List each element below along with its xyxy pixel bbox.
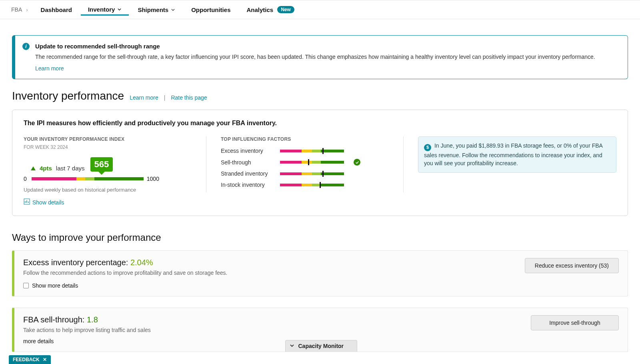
- chevron-down-icon: [117, 6, 122, 13]
- banner-learn-more-link[interactable]: Learn more: [35, 65, 64, 72]
- chevron-right-icon: ›: [26, 7, 28, 13]
- way-title-row: Excess inventory percentage: 2.04%: [23, 258, 525, 267]
- tip-column: $ In June, you paid $1,889.93 in FBA sto…: [418, 136, 616, 173]
- show-more-label: Show more details: [32, 282, 78, 289]
- ipi-index-sub: FOR WEEK 32 2024: [24, 144, 192, 150]
- dollar-icon: $: [424, 144, 431, 151]
- feedback-label: FEEDBACK: [13, 357, 40, 362]
- factor-marker: [322, 171, 324, 177]
- divider: [206, 136, 206, 192]
- banner-title: Update to recommended sell-through range: [35, 43, 620, 50]
- divider: |: [164, 94, 166, 101]
- factor-bar: [280, 172, 344, 175]
- nav-opportunities[interactable]: Opportunities: [184, 4, 238, 16]
- breadcrumb-label: FBA: [11, 6, 22, 13]
- info-banner: i Update to recommended sell-through ran…: [12, 35, 628, 79]
- ipi-card: The IPI measures how efficiently and pro…: [12, 110, 628, 216]
- way-title: FBA sell-through:: [23, 315, 84, 324]
- checkbox-icon[interactable]: [23, 283, 29, 288]
- ipi-delta-pts: 4pts: [40, 165, 52, 172]
- page-heading-row: Inventory performance Learn more | Rate …: [12, 90, 628, 102]
- top-nav: FBA › Dashboard Inventory Shipments Oppo…: [0, 0, 640, 19]
- banner-text: The recommended range for the sell-throu…: [35, 53, 620, 61]
- way-card-sellthrough: FBA sell-through: 1.8 Take actions to he…: [12, 308, 628, 352]
- show-more-label: more details: [23, 338, 54, 344]
- nav-inventory[interactable]: Inventory: [81, 4, 129, 16]
- breadcrumb[interactable]: FBA ›: [11, 6, 28, 13]
- ipi-delta-period: last 7 days: [56, 165, 85, 172]
- factor-row-sellthrough[interactable]: Sell-through: [221, 159, 389, 166]
- factor-row-instock[interactable]: In-stock inventory: [221, 182, 389, 188]
- factor-marker: [308, 159, 309, 165]
- ipi-bar: 0 1000: [24, 176, 192, 182]
- factor-marker: [320, 182, 321, 188]
- nav-dashboard[interactable]: Dashboard: [34, 4, 79, 16]
- factor-label: Stranded inventory: [221, 170, 273, 177]
- reduce-excess-button[interactable]: Reduce excess inventory (53): [525, 258, 619, 273]
- page-title: Inventory performance: [12, 90, 124, 102]
- learn-more-link[interactable]: Learn more: [130, 94, 158, 101]
- ipi-range-min: 0: [24, 176, 27, 182]
- info-icon: i: [22, 43, 30, 50]
- capacity-monitor-toggle[interactable]: Capacity Monitor: [285, 340, 357, 352]
- way-title-row: FBA sell-through: 1.8: [23, 315, 531, 324]
- ipi-updated-note: Updated weekly based on historical perfo…: [24, 187, 192, 193]
- rate-page-link[interactable]: Rate this page: [171, 94, 207, 101]
- ipi-index-title: YOUR INVENTORY PERFORMANCE INDEX: [24, 136, 192, 142]
- factor-bar: [280, 184, 344, 186]
- factor-bar: [280, 150, 344, 152]
- divider: [403, 136, 404, 192]
- way-sub: Follow the recommended actions to improv…: [23, 270, 525, 276]
- ipi-delta-row: 4pts last 7 days 565: [31, 157, 192, 172]
- factors-title: TOP INFLUENCING FACTORS: [221, 136, 389, 142]
- ipi-range-max: 1000: [147, 176, 159, 182]
- factor-row-stranded[interactable]: Stranded inventory: [221, 170, 389, 177]
- nav-shipments[interactable]: Shipments: [130, 4, 182, 16]
- capacity-monitor-label: Capacity Monitor: [298, 343, 344, 349]
- ipi-lead: The IPI measures how efficiently and pro…: [24, 120, 616, 127]
- nav-analytics[interactable]: Analytics New: [239, 4, 301, 16]
- way-sub: Take actions to help improve listing tra…: [23, 327, 531, 333]
- ipi-score-badge: 565: [90, 157, 113, 172]
- nav-label: Shipments: [138, 6, 168, 13]
- nav-label: Analytics: [246, 6, 273, 13]
- ipi-score-column: YOUR INVENTORY PERFORMANCE INDEX FOR WEE…: [24, 136, 192, 206]
- nav-label: Dashboard: [41, 6, 72, 13]
- close-icon[interactable]: ✕: [43, 357, 47, 362]
- nav-label: Inventory: [88, 6, 115, 13]
- factors-column: TOP INFLUENCING FACTORS Excess inventory…: [221, 136, 389, 193]
- tip-box: $ In June, you paid $1,889.93 in FBA sto…: [418, 136, 616, 173]
- show-more-row[interactable]: Show more details: [23, 282, 525, 289]
- chevron-down-icon: [290, 343, 294, 349]
- factor-bar: [280, 161, 344, 164]
- new-badge: New: [277, 6, 294, 13]
- factor-label: Excess inventory: [221, 148, 273, 154]
- show-details-link[interactable]: Show details: [32, 199, 64, 206]
- way-value: 2.04%: [130, 258, 153, 267]
- feedback-pill[interactable]: FEEDBACK ✕: [9, 355, 51, 364]
- check-circle-icon: [354, 159, 360, 166]
- nav-label: Opportunities: [191, 6, 230, 13]
- factor-label: In-stock inventory: [221, 182, 273, 188]
- triangle-up-icon: [31, 166, 36, 170]
- way-title: Excess inventory percentage:: [23, 258, 128, 267]
- way-card-excess: Excess inventory percentage: 2.04% Follo…: [12, 250, 628, 296]
- chevron-down-icon: [171, 6, 175, 13]
- ipi-show-details[interactable]: Show details: [24, 198, 192, 206]
- factor-row-excess[interactable]: Excess inventory: [221, 148, 389, 154]
- factor-marker: [322, 148, 324, 154]
- show-more-row[interactable]: more details: [23, 338, 531, 344]
- way-value: 1.8: [87, 315, 98, 324]
- chart-expand-icon: [24, 198, 30, 206]
- ways-heading: Ways to improve your performance: [12, 232, 628, 243]
- factor-label: Sell-through: [221, 159, 273, 166]
- tip-text: In June, you paid $1,889.93 in FBA stora…: [424, 142, 602, 166]
- improve-sellthrough-button[interactable]: Improve sell-through: [531, 315, 619, 330]
